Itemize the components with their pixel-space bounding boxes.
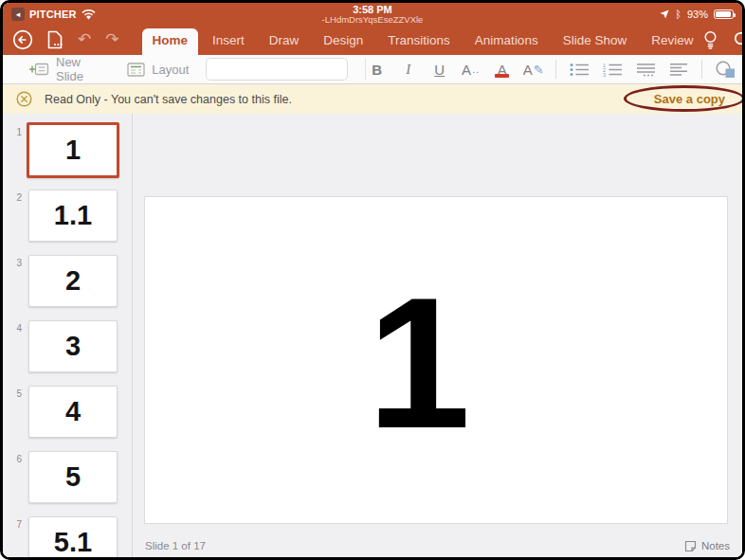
font-color-swatch xyxy=(495,74,509,78)
tell-me-lightbulb-icon[interactable] xyxy=(703,30,718,49)
tab-animations[interactable]: Animations xyxy=(464,28,549,55)
ribbon-tabs: Home Insert Draw Design Transitions Anim… xyxy=(142,28,704,55)
status-center: 3:58 PM -LHdmDrsYqsEseZZVXle xyxy=(3,4,742,25)
tab-home[interactable]: Home xyxy=(142,28,199,55)
read-only-banner: Read Only - You can't save changes to th… xyxy=(3,84,742,114)
powerpoint-ipad-app: ◂ PITCHER 3:58 PM -LHdmDrsYqsEseZZVXle ᛒ… xyxy=(0,0,745,560)
font-color-button[interactable]: A xyxy=(486,58,518,81)
tab-review[interactable]: Review xyxy=(641,28,703,55)
thumbnail-slide-6[interactable]: 6 5 xyxy=(3,451,132,503)
thumbnail-number: 5 xyxy=(3,386,22,438)
thumbnail-number: 4 xyxy=(3,320,22,372)
thumbnail-preview[interactable]: 4 xyxy=(28,386,118,438)
thumbnail-preview[interactable]: 5 xyxy=(28,451,118,503)
read-only-x-icon[interactable] xyxy=(16,91,32,107)
wifi-icon xyxy=(82,9,96,20)
new-slide-label: New Slide xyxy=(56,55,104,83)
slide-canvas-area: 1 Slide 1 of 17 Notes xyxy=(133,114,742,557)
layout-label: Layout xyxy=(152,63,189,77)
bullet-list-button[interactable] xyxy=(563,58,596,81)
bold-button[interactable]: B xyxy=(361,58,392,81)
thumbnail-preview[interactable]: 5.1 xyxy=(28,516,118,557)
shapes-arrange-button[interactable] xyxy=(709,58,742,81)
thumbnail-preview[interactable]: 1 xyxy=(27,122,119,178)
highlighter-pen-icon: ✎ xyxy=(534,63,544,77)
status-footer: Slide 1 of 17 Notes xyxy=(133,534,742,557)
location-services-icon xyxy=(660,9,669,19)
thumbnail-preview[interactable]: 3 xyxy=(28,320,118,372)
thumbnail-slide-3[interactable]: 3 2 xyxy=(3,255,132,307)
tab-insert[interactable]: Insert xyxy=(202,28,255,55)
toolbar-separator xyxy=(701,60,702,79)
thumbnail-preview[interactable]: 2 xyxy=(28,255,118,307)
thumbnail-number: 2 xyxy=(3,190,22,242)
thumbnail-slide-7[interactable]: 7 5.1 xyxy=(3,516,132,557)
font-name-input[interactable] xyxy=(207,59,365,80)
new-slide-button[interactable]: New Slide xyxy=(29,55,104,83)
tab-transitions[interactable]: Transitions xyxy=(377,28,461,55)
italic-button[interactable]: I xyxy=(392,58,424,81)
carrier-label: PITCHER xyxy=(29,9,77,20)
thumbnail-preview[interactable]: 1.1 xyxy=(28,190,118,242)
slide-thumbnail-panel[interactable]: 1 1 2 1.1 3 2 4 3 5 4 6 5 xyxy=(3,114,133,557)
thumbnail-slide-1[interactable]: 1 1 xyxy=(3,124,132,176)
redo-icon[interactable]: ↷ xyxy=(105,32,118,47)
tab-draw[interactable]: Draw xyxy=(259,28,310,55)
battery-percent: 93% xyxy=(687,9,708,20)
tab-slide-show[interactable]: Slide Show xyxy=(553,28,638,55)
thumbnail-number: 1 xyxy=(3,124,22,176)
thumbnail-slide-5[interactable]: 5 4 xyxy=(3,386,132,438)
save-a-copy-button[interactable]: Save a copy xyxy=(654,92,729,106)
align-text-button[interactable] xyxy=(662,58,695,81)
text-effects-label: A xyxy=(523,62,533,78)
toolbar-separator xyxy=(555,60,556,79)
underline-button[interactable]: U xyxy=(424,58,455,81)
document-id: -LHdmDrsYqsEseZZVXle xyxy=(3,15,742,25)
svg-text:3: 3 xyxy=(603,71,606,76)
font-controls xyxy=(206,58,348,81)
back-to-app-icon[interactable]: ◂ xyxy=(11,8,25,21)
content-area: 1 1 2 1.1 3 2 4 3 5 4 6 5 xyxy=(3,114,742,557)
character-formatting-button[interactable]: A .. xyxy=(455,58,486,81)
new-slide-icon xyxy=(29,62,49,77)
ribbon-tab-bar: ↶ ↷ Home Insert Draw Design Transitions … xyxy=(3,26,742,55)
battery-icon xyxy=(714,9,734,19)
file-actions-icon[interactable] xyxy=(47,30,64,49)
notes-button[interactable]: Notes xyxy=(684,540,730,552)
read-only-message: Read Only - You can't save changes to th… xyxy=(45,93,292,106)
clock: 3:58 PM xyxy=(3,4,742,15)
notes-icon xyxy=(684,540,697,552)
slide-position-label: Slide 1 of 17 xyxy=(145,540,206,551)
thumbnail-slide-2[interactable]: 2 1.1 xyxy=(3,190,132,242)
status-bar: ◂ PITCHER 3:58 PM -LHdmDrsYqsEseZZVXle ᛒ… xyxy=(3,3,742,26)
thumbnail-number: 6 xyxy=(3,451,22,503)
bluetooth-icon: ᛒ xyxy=(675,9,681,19)
slide-title-text[interactable]: 1 xyxy=(367,271,470,457)
thumbnail-slide-4[interactable]: 4 3 xyxy=(3,320,132,372)
thumbnail-number: 3 xyxy=(3,255,22,307)
tab-design[interactable]: Design xyxy=(313,28,373,55)
layout-icon xyxy=(127,63,145,77)
search-icon[interactable] xyxy=(734,31,745,48)
character-formatting-label: A xyxy=(462,62,471,78)
numbered-list-button[interactable]: 1 2 3 xyxy=(596,58,629,81)
notes-label: Notes xyxy=(701,540,730,551)
undo-icon[interactable]: ↶ xyxy=(78,32,91,47)
layout-button[interactable]: Layout xyxy=(127,63,189,77)
text-effects-button[interactable]: A ✎ xyxy=(518,58,549,81)
character-formatting-dots: .. xyxy=(472,63,480,75)
back-button[interactable] xyxy=(12,29,33,50)
home-toolbar: New Slide Layout B I U A .. A xyxy=(3,55,742,84)
thumbnail-number: 7 xyxy=(3,516,22,557)
line-spacing-button[interactable] xyxy=(629,58,663,81)
slide-canvas[interactable]: 1 xyxy=(144,196,728,524)
